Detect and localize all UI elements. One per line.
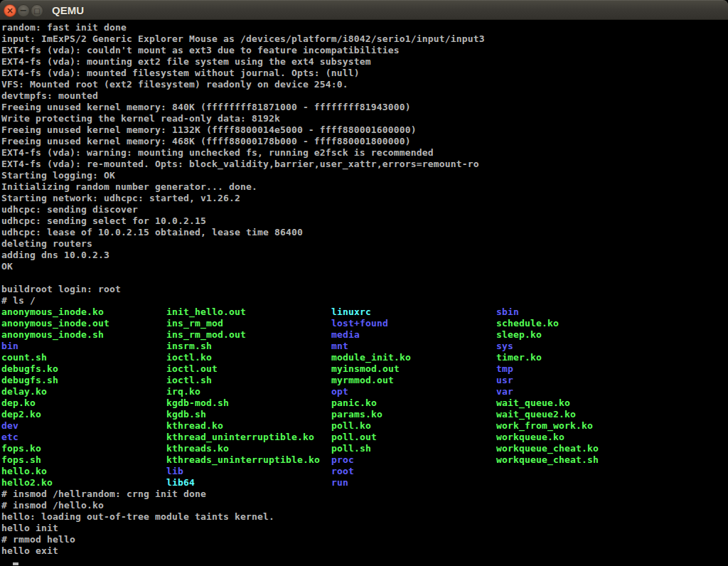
file-entry: count.sh [1, 352, 166, 363]
file-entry: workqueue.ko [496, 432, 661, 443]
file-entry: var [496, 386, 661, 397]
file-entry: hello.ko [1, 466, 166, 477]
file-entry: anonymous_inode.out [1, 318, 166, 329]
file-entry: fops.ko [1, 443, 166, 454]
listing-row: dep.kokgdb-mod.shpanic.kowait_queue.ko [1, 397, 728, 409]
console-line: hello exit [1, 545, 728, 557]
file-entry: etc [1, 432, 166, 443]
file-entry: mnt [331, 341, 496, 352]
file-entry: schedule.ko [496, 318, 661, 329]
file-entry: workqueue_cheat.sh [496, 454, 661, 466]
file-entry: sleep.ko [496, 329, 661, 341]
console-line: Write protecting the kernel read-only da… [1, 113, 728, 124]
file-entry: panic.ko [331, 397, 496, 409]
file-entry: kgdb-mod.sh [166, 397, 331, 409]
console-line: OK [1, 261, 728, 272]
file-entry: insrm.sh [166, 341, 331, 352]
file-entry: ioctl.ko [166, 352, 331, 363]
listing-row: hello.kolibroot [1, 466, 728, 477]
prompt-line: # [1, 557, 728, 566]
listing-row: anonymous_inode.koinit_hello.outlinuxrcs… [1, 306, 728, 318]
file-entry: workqueue_cheat.ko [496, 443, 661, 454]
file-entry: wait_queue.ko [496, 397, 661, 409]
text-cursor [13, 562, 18, 565]
console-line: EXT4-fs (vda): mounted filesystem withou… [1, 68, 728, 79]
listing-row: anonymous_inode.outins_rm_modlost+founds… [1, 318, 728, 329]
file-entry: hello2.ko [1, 477, 166, 488]
file-entry: tmp [496, 363, 661, 375]
listing-row: count.shioctl.komodule_init.kotimer.ko [1, 352, 728, 363]
close-button[interactable]: × [4, 4, 16, 17]
file-entry: dep2.ko [1, 409, 166, 420]
listing-row: debugfs.shioctl.shmyrmmod.outusr [1, 375, 728, 386]
file-entry: dev [1, 420, 166, 432]
console-line: Freeing unused kernel memory: 1132K (fff… [1, 124, 728, 136]
console-line: input: ImExPS/2 Generic Explorer Mouse a… [1, 33, 728, 45]
window-title: QEMU [52, 1, 84, 21]
console-line: Freeing unused kernel memory: 468K (ffff… [1, 136, 728, 147]
empty-cell [496, 477, 661, 488]
listing-row: fops.kokthreads.kopoll.shworkqueue_cheat… [1, 443, 728, 454]
listing-row: delay.koirq.kooptvar [1, 386, 728, 397]
file-entry: kgdb.sh [166, 409, 331, 420]
terminal-screen[interactable]: random: fast init doneinput: ImExPS/2 Ge… [0, 20, 728, 566]
file-entry: init_hello.out [166, 306, 331, 318]
file-entry: kthreads_uninterruptible.ko [166, 454, 331, 466]
file-entry: wait_queue2.ko [496, 409, 661, 420]
file-entry: poll.out [331, 432, 496, 443]
file-entry: timer.ko [496, 352, 661, 363]
file-entry: lib [166, 466, 331, 477]
file-entry: proc [331, 454, 496, 466]
console-line: adding dns 10.0.2.3 [1, 250, 728, 261]
file-entry: irq.ko [166, 386, 331, 397]
file-entry: media [331, 329, 496, 341]
maximize-button[interactable]: □ [31, 4, 43, 17]
console-line: hello init [1, 523, 728, 534]
tail-log: # insmod /hellrandom: crng init done# in… [1, 488, 728, 557]
window-titlebar[interactable]: × − □ QEMU [0, 0, 728, 20]
file-entry: ins_rm_mod [166, 318, 331, 329]
file-entry: opt [331, 386, 496, 397]
console-line: buildroot login: root [1, 284, 728, 295]
console-line: # insmod /hellrandom: crng init done [1, 488, 728, 500]
file-entry: myrmmod.out [331, 375, 496, 386]
file-entry: myinsmod.out [331, 363, 496, 375]
file-entry: ins_rm_mod.out [166, 329, 331, 341]
file-entry: kthread.ko [166, 420, 331, 432]
file-entry: lost+found [331, 318, 496, 329]
file-entry: root [331, 466, 496, 477]
file-entry: work_from_work.ko [496, 420, 661, 432]
console-line: EXT4-fs (vda): couldn't mount as ext3 du… [1, 45, 728, 56]
file-entry: kthread_uninterruptible.ko [166, 432, 331, 443]
file-entry: usr [496, 375, 661, 386]
file-entry: dep.ko [1, 397, 166, 409]
listing-row: devkthread.kopoll.kowork_from_work.ko [1, 420, 728, 432]
minimize-button[interactable]: − [17, 4, 30, 17]
file-entry: ioctl.sh [166, 375, 331, 386]
file-entry: poll.ko [331, 420, 496, 432]
console-line: # rmmod hello [1, 534, 728, 545]
console-line: EXT4-fs (vda): warning: mounting uncheck… [1, 147, 728, 159]
console-line: Freeing unused kernel memory: 840K (ffff… [1, 102, 728, 113]
console-line: hello: loading out-of-tree module taints… [1, 511, 728, 523]
file-entry: ioctl.out [166, 363, 331, 375]
console-line: udhcpc: sending discover [1, 204, 728, 215]
console-line: udhcpc: lease of 10.0.2.15 obtained, lea… [1, 227, 728, 238]
file-entry: poll.sh [331, 443, 496, 454]
file-entry: params.ko [331, 409, 496, 420]
listing-row: bininsrm.shmntsys [1, 341, 728, 352]
listing-row: anonymous_inode.shins_rm_mod.outmediasle… [1, 329, 728, 341]
console-line: devtmpfs: mounted [1, 90, 728, 102]
boot-log: random: fast init doneinput: ImExPS/2 Ge… [1, 22, 728, 306]
file-entry: lib64 [166, 477, 331, 488]
console-line: # insmod /hello.ko [1, 500, 728, 511]
console-line: EXT4-fs (vda): re-mounted. Opts: block_v… [1, 159, 728, 170]
file-entry: delay.ko [1, 386, 166, 397]
console-line: udhcpc: sending select for 10.0.2.15 [1, 215, 728, 227]
file-entry: sbin [496, 306, 661, 318]
empty-cell [496, 466, 661, 477]
file-entry: debugfs.sh [1, 375, 166, 386]
listing-row: debugfs.koioctl.outmyinsmod.outtmp [1, 363, 728, 375]
console-line: Initializing random number generator... … [1, 181, 728, 193]
file-entry: run [331, 477, 496, 488]
